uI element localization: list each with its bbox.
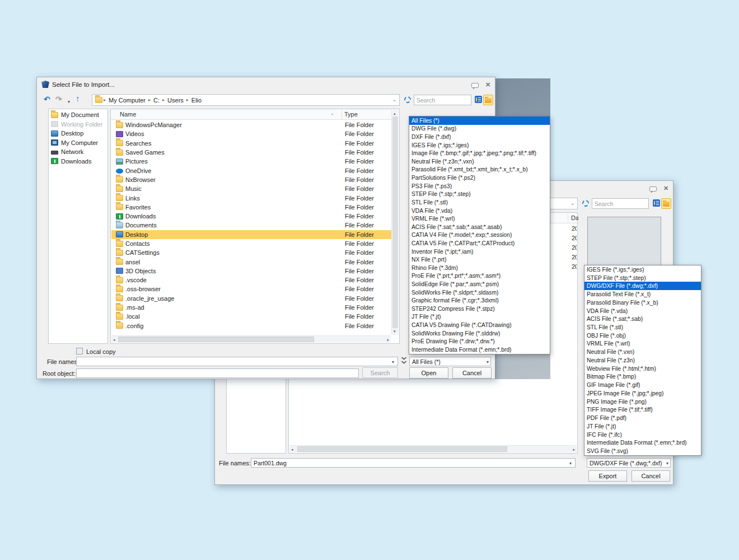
file-row-desktop[interactable]: DesktopFile Folder: [111, 230, 391, 239]
file-row-oracle-jre-usage[interactable]: .oracle_jre_usageFile Folder: [111, 294, 391, 303]
file-row-favorites[interactable]: FavoritesFile Folder: [111, 203, 391, 212]
filetype-option-parasolid-binary-file-x-b[interactable]: Parasolid Binary File (*.x_b): [584, 298, 701, 307]
expand-options-icon[interactable]: [401, 356, 407, 367]
filetype-option-bitmap-file-bmp[interactable]: Bitmap File (*.bmp): [584, 373, 701, 381]
filetype-option-all-files[interactable]: All Files (*): [409, 116, 550, 125]
sidebar-item-desktop[interactable]: Desktop: [49, 129, 107, 138]
file-row-config[interactable]: .configFile Folder: [111, 321, 391, 330]
filetype-option-catia-v4-file-model-exp-session[interactable]: CATIA V4 File (*.model;*.exp;*.session): [409, 231, 550, 240]
file-row-oss-browser[interactable]: .oss-browserFile Folder: [111, 284, 391, 293]
filetype-option-intermediate-data-format-emn-brd[interactable]: Intermediate Data Format (*.emn;*.brd): [584, 438, 701, 447]
filetype-option-ifc-file-ifc[interactable]: IFC File (*.ifc): [584, 431, 701, 439]
file-row-vscode[interactable]: .vscodeFile Folder: [111, 276, 391, 284]
scrollbar-thumb[interactable]: [392, 116, 398, 328]
sidebar-item-working-folder[interactable]: Working Folder: [49, 120, 107, 129]
file-row-3d-objects[interactable]: 3D ObjectsFile Folder: [111, 267, 391, 276]
export-file-names-input[interactable]: [251, 458, 576, 468]
filetype-option-dwg-dxf-file-dwg-dxf[interactable]: DWG/DXF File (*.dwg;*.dxf): [584, 282, 701, 290]
scrollbar-thumb[interactable]: [118, 337, 314, 342]
file-row-nxbrowser[interactable]: NxBrowserFile Folder: [111, 175, 391, 184]
filetype-option-iges-file-igs-iges[interactable]: IGES File (*.igs;*.iges): [409, 141, 550, 150]
filetype-option-stl-file-stl[interactable]: STL File (*.stl): [584, 323, 701, 332]
file-names-dropdown-icon[interactable]: ▾: [569, 461, 572, 466]
sidebar-item-network[interactable]: Network: [49, 147, 107, 157]
breadcrumb-item-c[interactable]: C:: [152, 97, 161, 104]
file-row-windowspcmanager[interactable]: WindowsPcManagerFile Folder: [111, 120, 391, 129]
filetype-option-solidworks-file-sldprt-sldasm[interactable]: SolidWorks File (*.sldprt;*.sldasm): [409, 288, 550, 297]
file-names-dropdown-icon[interactable]: ▾: [392, 360, 394, 365]
export-cancel-button[interactable]: Cancel: [632, 470, 670, 482]
filetype-option-solidedge-file-par-asm-psm[interactable]: SolidEdge File (*.par;*.asm;*.psm): [409, 280, 550, 288]
sidebar-item-my-computer[interactable]: My Computer: [49, 138, 107, 148]
filetype-option-vda-file-vda[interactable]: VDA File (*.vda): [409, 207, 550, 215]
filetype-option-dwg-file-dwg[interactable]: DWG File (*.dwg): [409, 125, 550, 133]
view-details-icon[interactable]: [475, 96, 482, 103]
column-header-date[interactable]: Da: [571, 214, 578, 221]
file-row-saved-games[interactable]: Saved GamesFile Folder: [111, 148, 391, 157]
import-search-input[interactable]: [414, 95, 471, 105]
filetype-option-proe-file-prt-prt-asm-asm[interactable]: ProE File (*.prt;*.prt*;*.asm;*.asm*): [409, 272, 550, 281]
filetype-option-obj-file-obj[interactable]: OBJ File (*.obj): [584, 332, 701, 340]
export-search-input[interactable]: [592, 198, 649, 209]
filetype-option-proe-drawing-file-drw-drw[interactable]: ProE Drawing File (*.drw;*.drw.*): [409, 337, 550, 346]
filetype-option-jt-file-jt[interactable]: JT File (*.jt): [409, 313, 550, 321]
filetype-option-neutral-file-z3n[interactable]: Neutral File (*.z3n): [584, 356, 701, 365]
scroll-right-icon[interactable]: ▸: [387, 338, 389, 342]
filetype-option-neutral-file-vxn[interactable]: Neutral File (*.vxn): [584, 348, 701, 356]
file-row-pictures[interactable]: PicturesFile Folder: [111, 157, 391, 166]
back-icon[interactable]: ↶: [44, 95, 50, 103]
file-row-music[interactable]: MusicFile Folder: [111, 184, 391, 193]
folder-options-icon[interactable]: [483, 95, 493, 105]
scroll-right-icon[interactable]: ▸: [573, 447, 575, 451]
column-header-type[interactable]: Type: [344, 111, 358, 118]
local-copy-checkbox[interactable]: [76, 348, 83, 354]
breadcrumb-item-my-computer[interactable]: My Computer: [107, 97, 147, 104]
filetype-option-step242-compress-file-stpz[interactable]: STEP242 Compress File (*.stpz): [409, 305, 550, 313]
filetype-option-acis-file-sat-sab[interactable]: ACIS File (*.sat;*.sab): [584, 315, 701, 323]
filetype-option-image-file-bmp-gif-jpg-jpeg-png-tif-tiff[interactable]: Image File (*.bmp;*.gif;*.jpg;*.jpeg;*.p…: [409, 149, 550, 157]
filetype-option-jt-file-jt[interactable]: JT File (*.jt): [584, 422, 701, 431]
filetype-option-pdf-file-pdf[interactable]: PDF File (*.pdf): [584, 414, 701, 422]
filetype-option-jpeg-image-file-jpg-jpeg[interactable]: JPEG Image File (*.jpg;*.jpeg): [584, 389, 701, 398]
folder-options-icon[interactable]: [661, 198, 671, 209]
filetype-option-svg-file-svg[interactable]: SVG File (*.svg): [584, 447, 701, 455]
filetype-option-vrml-file-wrl[interactable]: VRML File (*.wrl): [584, 340, 701, 348]
view-details-icon[interactable]: [653, 199, 660, 207]
scroll-down-icon[interactable]: ▾: [394, 329, 396, 333]
file-row-ms-ad[interactable]: .ms-adFile Folder: [111, 303, 391, 312]
scroll-left-icon[interactable]: ◂: [291, 447, 293, 451]
vertical-scrollbar[interactable]: ▴ ▾: [391, 110, 399, 335]
filetype-option-intermediate-data-format-emn-brd[interactable]: Intermediate Data Format (*.emn;*.brd): [409, 346, 550, 354]
filetype-option-vrml-file-wrl[interactable]: VRML File (*.wrl): [409, 214, 550, 223]
address-dropdown-icon[interactable]: ⌄: [392, 96, 397, 102]
export-filetype-combo[interactable]: DWG/DXF File (*.dwg;*.dxf) ▾: [587, 458, 671, 468]
filetype-option-png-image-file-png[interactable]: PNG Image File (*.png): [584, 398, 701, 406]
horizontal-scrollbar[interactable]: ◂ ▸: [111, 335, 391, 343]
close-icon[interactable]: ✕: [485, 82, 490, 88]
address-dropdown-icon[interactable]: ⌄: [570, 200, 575, 206]
column-header-name[interactable]: Name: [120, 111, 136, 118]
filetype-option-step-file-stp-step[interactable]: STEP File (*.stp;*.step): [409, 190, 550, 198]
filetype-option-graphic-format-file-cgr-3dxml[interactable]: Graphic format File (*.cgr;*.3dxml): [409, 296, 550, 305]
refresh-icon[interactable]: [581, 199, 590, 207]
filetype-option-catia-v5-drawing-file-catdrawing[interactable]: CATIA V5 Drawing File (*.CATDrawing): [409, 321, 550, 329]
breadcrumb-item-users[interactable]: Users: [166, 97, 185, 104]
filetype-option-parasolid-text-file-x-t[interactable]: Parasolid Text File (*.x_t): [584, 290, 701, 298]
comment-icon[interactable]: [649, 186, 657, 192]
import-filetype-combo[interactable]: All Files (*) ▾: [409, 357, 491, 366]
file-row-catsettings[interactable]: CATSettingsFile Folder: [111, 248, 391, 257]
filetype-option-inventor-file-ipt-iam[interactable]: Inventor File (*.ipt;*.iam): [409, 248, 550, 256]
file-row-onedrive[interactable]: OneDriveFile Folder: [111, 166, 391, 175]
file-row-searches[interactable]: SearchesFile Folder: [111, 139, 391, 148]
scrollbar-thumb[interactable]: [297, 446, 507, 452]
file-row-contacts[interactable]: ContactsFile Folder: [111, 239, 391, 248]
filetype-option-iges-file-igs-iges[interactable]: IGES File (*.igs;*.iges): [584, 265, 701, 274]
filetype-option-partsolutions-file-ps2[interactable]: PartSolutions File (*.ps2): [409, 174, 550, 182]
comment-icon[interactable]: [471, 83, 479, 88]
scroll-left-icon[interactable]: ◂: [113, 338, 115, 342]
refresh-icon[interactable]: [403, 95, 411, 104]
file-row-ansel[interactable]: anselFile Folder: [111, 257, 391, 266]
sidebar-item-downloads[interactable]: Downloads: [49, 157, 107, 166]
filetype-option-vda-file-vda[interactable]: VDA File (*.vda): [584, 307, 701, 315]
file-row-videos[interactable]: VideosFile Folder: [111, 129, 391, 138]
